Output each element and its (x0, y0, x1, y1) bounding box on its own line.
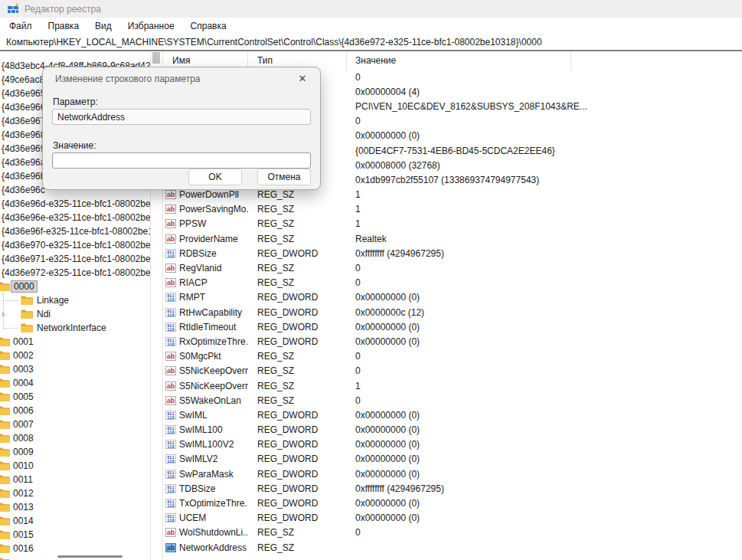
tree-item[interactable]: 0014 (0, 514, 150, 528)
tree-item[interactable]: 0000 (0, 280, 150, 293)
value-row[interactable]: 011110TxOptimizeThre...REG_DWORD0x000000… (163, 496, 742, 510)
tree-item[interactable]: 0015 (0, 528, 150, 542)
menu-item-1[interactable]: Правка (47, 20, 81, 32)
value-row[interactable]: abS5NicKeepOverr...REG_SZ1 (163, 378, 742, 393)
tree-item[interactable]: NetworkInterface (0, 321, 150, 335)
tree-item[interactable]: {4d36e96e-e325-11ce-bfc1-08002be1 (0, 211, 150, 224)
value-row[interactable]: 011110SwIML100REG_DWORD0x00000000 (0) (163, 423, 742, 437)
tree-connector-stub (3, 328, 17, 329)
tree-item-label: {4d36e967 (2, 116, 45, 126)
value-row[interactable]: 011110RDBSizeREG_DWORD0xffffffff (429496… (163, 246, 742, 260)
value-data: 1 (347, 189, 361, 200)
value-row[interactable]: abS0MgcPktREG_SZ0 (163, 349, 742, 364)
tree-item[interactable]: 0005 (0, 390, 150, 404)
value-name-cell: 011110RtHwCapability (163, 307, 248, 318)
value-type: REG_DWORD (248, 439, 347, 450)
tree-item[interactable]: 0010 (0, 459, 150, 473)
value-row[interactable]: abWolShutdownLi...REG_SZ0 (163, 526, 742, 540)
value-row[interactable]: 011110RxOptimizeThre...REG_DWORD0x000000… (163, 334, 742, 349)
value-name: SwIMLV2 (179, 454, 217, 464)
value-name: RegVlanid (179, 263, 221, 273)
value-input[interactable] (57, 155, 306, 167)
value-row[interactable]: abRegVlanidREG_SZ0 (163, 260, 742, 275)
tree-item-label: 0015 (13, 529, 34, 540)
tree-item[interactable]: 0007 (0, 418, 150, 431)
value-row[interactable]: 011110RMPTREG_DWORD0x00000000 (0) (163, 290, 742, 305)
tree-item[interactable]: {4d36e970-e325-11ce-bfc1-08002be1 (0, 238, 150, 252)
tree-item[interactable]: 0001 (0, 335, 150, 349)
value-name-cell: 011110SwIML100 (163, 424, 248, 435)
svg-text:110: 110 (167, 518, 175, 522)
tree-item-label: 0010 (13, 460, 34, 471)
value-row[interactable]: abPowerSavingMo...REG_SZ1 (163, 202, 742, 217)
tree-item[interactable]: 0002 (0, 349, 150, 362)
reg-dword-icon: 011110 (165, 337, 176, 346)
tree-item[interactable]: 0011 (0, 473, 150, 486)
tree-item[interactable]: 0012 (0, 486, 150, 500)
value-data: 0x00000000 (0) (347, 498, 420, 509)
tree-item[interactable]: 0004 (0, 376, 150, 390)
value-name-cell: abWolShutdownLi... (163, 527, 248, 538)
close-icon[interactable]: ✕ (296, 72, 309, 86)
value-row[interactable]: abS5WakeOnLanREG_SZ0 (163, 393, 742, 408)
tree-item[interactable]: 0003 (0, 362, 150, 376)
cancel-button[interactable]: Отмена (257, 169, 311, 185)
value-row[interactable]: 011110SwIMLREG_DWORD0x00000000 (0) (163, 408, 742, 422)
tree-item[interactable]: 0008 (0, 431, 150, 445)
value-row[interactable]: 011110SwIML100V2REG_DWORD0x00000000 (0) (163, 437, 742, 452)
reg-dword-icon: 011110 (165, 454, 176, 463)
menu-item-2[interactable]: Вид (93, 20, 113, 32)
column-header-value[interactable]: Значение (347, 51, 571, 70)
value-row[interactable]: abS5NicKeepOverr...REG_SZ0 (163, 364, 742, 378)
value-data: 0x00008000 (32768) (347, 160, 440, 171)
value-data: 1 (347, 381, 361, 391)
value-row[interactable]: 011110TDBSizeREG_DWORD0xffffffff (429496… (163, 481, 742, 496)
tree-item[interactable]: 0006 (0, 404, 150, 418)
value-name: SwIML100V2 (179, 439, 234, 450)
value-row[interactable]: abProviderNameREG_SZRealtek (163, 231, 742, 246)
value-type: REG_DWORD (248, 498, 347, 509)
value-row[interactable]: 011110RtIdleTimeoutREG_DWORD0x00000000 (… (163, 319, 742, 334)
svg-text:110: 110 (167, 341, 175, 345)
dialog-title: Изменение строкового параметра (55, 74, 201, 84)
tree-horizontal-scrollbar[interactable] (0, 552, 150, 560)
tree-item[interactable]: 0013 (0, 500, 150, 514)
tree-item[interactable]: 0009 (0, 445, 150, 459)
value-row[interactable]: 011110UCEMREG_DWORD0x00000000 (0) (163, 511, 742, 526)
tree-item[interactable]: {4d36e96d-e325-11ce-bfc1-08002be1 (0, 197, 150, 211)
tree-item[interactable]: Linkage (0, 293, 150, 307)
value-row[interactable]: 011110SwIMLV2REG_DWORD0x00000000 (0) (163, 452, 742, 467)
ok-button[interactable]: OK (188, 169, 242, 185)
value-data: 0 (347, 72, 361, 83)
menu-item-0[interactable]: Файл (8, 20, 34, 32)
value-row[interactable]: 011110RtHwCapabilityREG_DWORD0x0000000c … (163, 305, 742, 319)
address-bar[interactable]: Компьютер\HKEY_LOCAL_MACHINE\SYSTEM\Curr… (0, 34, 742, 50)
tree-item[interactable]: {4d36e972-e325-11ce-bfc1-08002be1 (0, 266, 150, 280)
value-name-cell: 011110SwIMLV2 (163, 454, 248, 464)
scrollbar-thumb[interactable] (57, 555, 123, 558)
tree-item[interactable]: {4d36e971-e325-11ce-bfc1-08002be1 (0, 252, 150, 266)
tree-item[interactable]: ›Ndi (0, 307, 150, 321)
value-row[interactable]: abPPSWREG_SZ1 (163, 217, 742, 231)
value-row[interactable]: abRIACPREG_SZ0 (163, 276, 742, 290)
value-row-selected[interactable]: abNetworkAddressREG_SZ (163, 540, 742, 555)
menu-item-3[interactable]: Избранное (126, 20, 176, 32)
value-data: 0 (347, 351, 361, 362)
menu-item-4[interactable]: Справка (189, 20, 228, 32)
value-type: REG_SZ (248, 277, 347, 288)
svg-text:ab: ab (167, 352, 175, 360)
folder-icon (21, 323, 33, 333)
tree-item[interactable]: {4d36e96f-e325-11ce-bfc1-08002be10 (0, 224, 150, 238)
value-type: REG_DWORD (248, 336, 347, 347)
folder-icon (0, 337, 10, 347)
value-name-cell: abRegVlanid (163, 263, 248, 273)
scrollbar-thumb[interactable] (152, 52, 160, 64)
value-type: REG_SZ (248, 189, 347, 200)
address-path[interactable]: Компьютер\HKEY_LOCAL_MACHINE\SYSTEM\Curr… (6, 37, 542, 47)
value-data: 0 (347, 527, 361, 538)
value-row[interactable]: 011110SwParaMaskREG_DWORD0x00000000 (0) (163, 467, 742, 481)
tree-item-label: 0008 (13, 433, 34, 444)
tree-item-label: NetworkInterface (37, 323, 106, 333)
menu-bar: ФайлПравкаВидИзбранноеСправка (0, 18, 742, 34)
value-data: 0x0000000c (12) (347, 307, 424, 318)
